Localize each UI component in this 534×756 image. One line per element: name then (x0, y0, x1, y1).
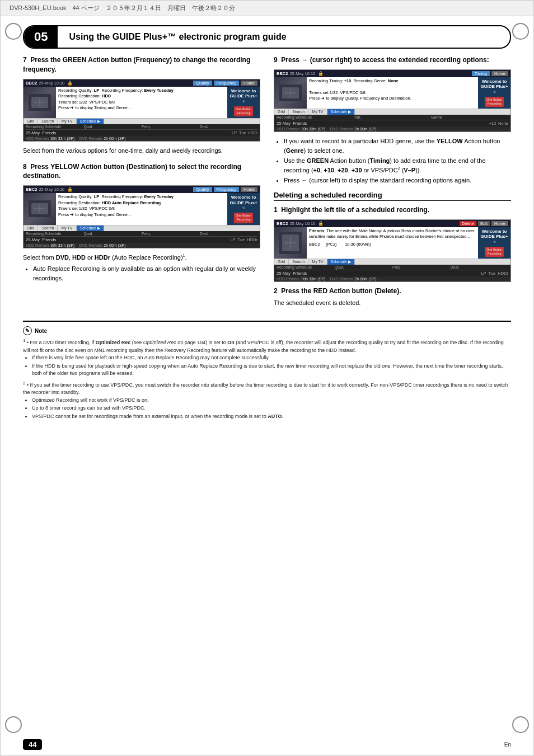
screen-7-prog-freq: Tue (239, 130, 246, 135)
note-area: ✎ Note 1 • For a DVD timer recording, if… (23, 321, 511, 420)
screen-9-nav: Grid Search My TV Schedule ▶ (274, 109, 510, 115)
screen-delete-sched-col2: Qual. (335, 265, 393, 269)
deleting-section: Deleting a scheduled recording 1 Highlig… (274, 191, 511, 308)
deleting-step2-body: The scheduled event is deleted. (274, 298, 511, 308)
section-8-bullet-1: Auto Replace Recording is only available… (33, 264, 260, 283)
screen-delete-prog-dest: HDDr (498, 271, 508, 276)
note-body: 1 • For a DVD timer recording, if Optimi… (23, 337, 511, 420)
screen-9-topbar: BBC2 25-May 10:10 🔒 Timing Home (274, 70, 510, 77)
screen-9-nav-grid: Grid (274, 109, 289, 115)
screen-7: BBC2 25-May 10:10 🔒 Quality Frequency Ho… (23, 79, 260, 142)
screen-9-logo: Welcome toGUIDE Plus+ (480, 79, 508, 90)
deleting-title: Deleting a scheduled recording (274, 191, 511, 201)
screen-9-sched: Recording Schedule Tim. Genre 25-May Fri… (274, 115, 510, 126)
screen-delete-sched-col1: Recording Schedule (277, 265, 335, 269)
screen-delete: BBC2 25-May 10:10 🔒 Delete Edit Home (274, 219, 511, 282)
screen-8-sched-col1: Recording Schedule (26, 232, 84, 236)
screen-8-hdd-remain: HDD Remain 30h 33m (SP) (26, 243, 74, 247)
screen-9-main: Recording Timing: +10 Recording Genre: N… (274, 77, 510, 109)
corner-mark-tr (512, 23, 529, 40)
screen-7-nav-schedule: Schedule ▶ (77, 119, 104, 124)
note-2-bullet-1: Optimized Recording will not work if VPS… (32, 397, 511, 405)
screen-9-tab-home: Home (491, 71, 508, 76)
note-1-bullet-1: If there is very little free space left … (32, 354, 511, 362)
section-9: 9 Press → (cursor right) to access the e… (274, 55, 511, 185)
screen-7-main: Recording Quality: LP Recording Frequenc… (24, 87, 260, 118)
section-9-bullet-1: If you want to record to a particular HD… (284, 137, 511, 155)
screen-delete-prog-name: 25-May Friends (277, 271, 481, 276)
screen-9-prog-tim: +10 (489, 121, 496, 126)
screen-7-nav-search: Search (38, 119, 58, 124)
screen-8-time: 25-May 10:10 (39, 187, 64, 192)
screen-delete-logo: Welcome toGUIDE Plus+ (480, 229, 508, 240)
screen-7-logo-sub: ⊕ (242, 99, 245, 103)
top-bar-text: DVR-530H_EU.book 44 ページ ２０５年２月１４日 月曜日 午後… (10, 4, 235, 12)
screen-8-rec-btn: One-ButtonRecording (234, 213, 253, 223)
section-8-heading: 8 Press YELLOW Action button (Destinatio… (23, 162, 260, 181)
section-9-bullets: If you want to record to a particular HD… (274, 137, 511, 185)
section-8-body: Select from DVD, HDD or HDDr (Auto Repla… (23, 253, 260, 262)
screen-8: BBC2 25-May 10:10 🔒 Quality Frequency Ho… (23, 185, 260, 248)
screen-delete-hdd-remain: HDD Remain 30h 33m (SP) (277, 277, 325, 281)
screen-8-channel: BBC2 (26, 187, 37, 192)
section-8-bullets: Auto Replace Recording is only available… (23, 264, 260, 283)
screen-7-nav-grid: Grid (24, 119, 38, 124)
chapter-header: 05 Using the GUIDE Plus+™ electronic pro… (23, 25, 511, 49)
screen-8-lock: 🔒 (67, 187, 73, 192)
screen-8-info: Recording Quality: LP Recording Frequenc… (56, 193, 227, 224)
screen-delete-dvd-remain: DVD Remain 2h 00m (SP) (330, 277, 376, 281)
screen-9-sched-col1: Recording Schedule (277, 115, 354, 119)
screen-7-channel: BBC2 (26, 81, 37, 86)
screen-7-tab-quality: Quality (193, 81, 212, 86)
screen-delete-time: 25-May 10:10 (289, 221, 315, 226)
right-column: 9 Press → (cursor right) to access the e… (274, 55, 511, 312)
screen-delete-sched-row: 25-May Friends LP Tue HDDr (277, 271, 508, 276)
screen-delete-nav-mytv: My TV (308, 259, 327, 265)
screen-delete-sched-header: Recording Schedule Qual. Freq. Dest. (277, 265, 508, 270)
screen-8-logo-sub: ⊕ (242, 205, 245, 209)
note-1: 1 • For a DVD timer recording, if Optimi… (23, 337, 511, 378)
section-7-body: Select from the various options for one-… (23, 146, 260, 156)
screen-7-time: 25-May 10:10 (39, 81, 64, 86)
screen-7-nav-mytv: My TV (58, 119, 76, 124)
screen-delete-tab-edit: Edit (478, 221, 490, 226)
screen-delete-nav: Grid Search My TV Schedule ▶ (274, 259, 510, 265)
screen-8-prog-qual: LP (230, 237, 235, 242)
screen-7-footer: HDD Remain 30h 33m (SP) DVD Remain 2h 00… (24, 136, 260, 141)
screen-8-sched-col3: Freq. (142, 232, 200, 236)
screen-9-sidebar: Welcome toGUIDE Plus+ ⊕ One-ButtonRecord… (478, 77, 510, 109)
page-footer: 44 En (23, 739, 511, 750)
screen-8-nav-schedule: Schedule ▶ (77, 226, 104, 231)
corner-mark-tl (5, 23, 22, 40)
screen-9-info: Recording Timing: +10 Recording Genre: N… (307, 77, 478, 109)
screen-delete-rec-btn: One-ButtonRecording (485, 247, 504, 257)
section-7-heading: 7 Press the GREEN Action button (Frequen… (23, 55, 260, 74)
screen-7-rec-btn: One-ButtonRecording (234, 106, 253, 116)
screen-delete-channel: BBC2 (277, 221, 288, 226)
screen-8-sidebar: Welcome toGUIDE Plus+ ⊕ One-ButtonRecord… (227, 193, 260, 224)
page-number: 44 (23, 739, 42, 750)
screen-9-sched-header: Recording Schedule Tim. Genre (277, 115, 508, 120)
screen-delete-tab-delete: Delete (460, 221, 476, 226)
screen-delete-sched: Recording Schedule Qual. Freq. Dest. 25-… (274, 265, 510, 276)
screen-8-nav-grid: Grid (24, 226, 38, 231)
screen-delete-video (274, 227, 307, 259)
screen-7-sched-col1: Recording Schedule (26, 125, 84, 129)
screen-7-sched-row: 25-May Friends LP Tue HDD (26, 130, 257, 135)
screen-7-sched-header: Recording Schedule Qual. Freq. Dest. (26, 125, 257, 130)
screen-9-nav-search: Search (289, 109, 308, 115)
screen-7-dvd-remain: DVD Remain 2h 00m (SP) (79, 137, 125, 140)
page-en: En (504, 741, 511, 748)
screen-9-prog-name: 25-May Friends (277, 121, 489, 126)
screen-8-nav-mytv: My TV (58, 226, 76, 231)
screen-9-lock: 🔒 (318, 71, 324, 76)
screen-9-sched-col3: Genre (431, 115, 508, 119)
screen-7-prog-detail: LP Tue HDD (232, 130, 257, 135)
note-2-bullet-3: VPS/PDC cannot be set for recordings mad… (32, 413, 511, 421)
screen-7-nav: Grid Search My TV Schedule ▶ (24, 118, 260, 124)
screen-7-sidebar: Welcome toGUIDE Plus+ ⊕ One-ButtonRecord… (227, 87, 260, 118)
note-label: Note (35, 327, 47, 335)
screen-delete-nav-schedule: Schedule ▶ (327, 259, 355, 265)
screen-8-sched-col4: Dest. (200, 232, 258, 236)
screen-delete-main: Friends: The one with the Male Nanny: A … (274, 227, 510, 259)
